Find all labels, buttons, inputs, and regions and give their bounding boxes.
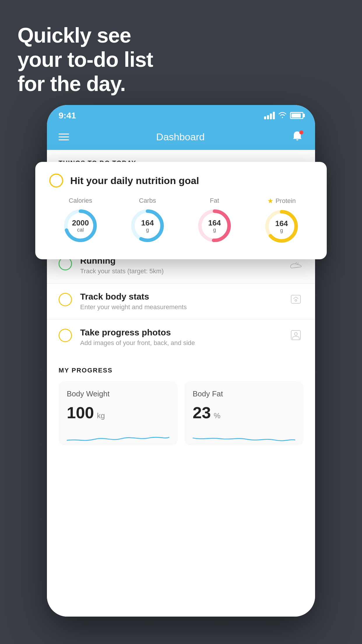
body-weight-card: Body Weight 100 kg (59, 381, 178, 445)
carbs-donut: 164 g (129, 207, 166, 245)
list-item[interactable]: Take progress photos Add images of your … (47, 319, 315, 355)
carbs-value: 164 (141, 219, 154, 227)
nutrition-card: Hit your daily nutrition goal Calories 2… (35, 162, 327, 259)
menu-button[interactable] (59, 134, 69, 140)
nutrition-row: Calories 2000 cal Carbs (49, 197, 313, 245)
body-fat-card: Body Fat 23 % (184, 381, 303, 445)
fat-item: Fat 164 g (196, 197, 233, 245)
svg-rect-0 (291, 295, 301, 303)
fat-label: Fat (210, 197, 219, 204)
body-weight-value: 100 (67, 403, 94, 422)
calories-item: Calories 2000 cal (61, 197, 99, 245)
status-bar: 9:41 (47, 105, 315, 124)
progress-header: MY PROGRESS (59, 367, 303, 374)
body-fat-unit: % (214, 411, 220, 420)
scale-icon (288, 292, 303, 307)
nav-title: Dashboard (156, 131, 205, 143)
battery-icon (290, 112, 303, 119)
status-time: 9:41 (59, 111, 76, 120)
fat-value: 164 (208, 219, 221, 227)
carbs-label: Carbs (139, 197, 156, 204)
protein-value: 164 (275, 219, 288, 228)
protein-donut: 164 g (263, 207, 301, 245)
todo-title-photos: Take progress photos (80, 328, 280, 337)
calories-donut: 2000 cal (61, 207, 99, 245)
protein-label: Protein (275, 197, 296, 205)
svg-point-3 (294, 332, 297, 335)
svg-point-1 (295, 300, 297, 301)
body-weight-chart (67, 428, 169, 445)
nav-bar: Dashboard (47, 124, 315, 150)
wifi-icon (278, 111, 287, 120)
calories-unit: cal (72, 227, 89, 233)
body-weight-unit: kg (97, 411, 105, 420)
nutrition-card-title: Hit your daily nutrition goal (70, 175, 199, 186)
protein-item: ★ Protein 164 g (263, 197, 301, 245)
fat-donut: 164 g (196, 207, 233, 245)
list-item[interactable]: Track body stats Enter your weight and m… (47, 283, 315, 319)
todo-title-bodystats: Track body stats (80, 292, 280, 302)
body-fat-chart (193, 428, 295, 445)
carbs-item: Carbs 164 g (129, 197, 166, 245)
todo-subtitle-running: Track your stats (target: 5km) (80, 267, 280, 275)
todo-checkbox-photos[interactable] (59, 329, 72, 342)
nutrition-checkbox[interactable] (49, 174, 63, 188)
body-weight-title: Body Weight (67, 389, 169, 398)
star-icon: ★ (267, 197, 274, 205)
todo-list: Running Track your stats (target: 5km) T… (47, 247, 315, 355)
protein-unit: g (275, 228, 288, 233)
progress-cards: Body Weight 100 kg Body Fat 23 (59, 381, 303, 445)
status-icons (264, 111, 303, 120)
body-fat-value: 23 (193, 403, 211, 422)
signal-icon (264, 112, 275, 119)
calories-label: Calories (69, 197, 92, 204)
hero-text: Quickly see your to-do list for the day. (17, 23, 153, 96)
fat-unit: g (208, 227, 221, 233)
notification-button[interactable] (292, 130, 303, 143)
progress-section: MY PROGRESS Body Weight 100 kg Body (47, 367, 315, 445)
todo-subtitle-photos: Add images of your front, back, and side (80, 339, 280, 347)
body-fat-title: Body Fat (193, 389, 295, 398)
todo-checkbox-bodystats[interactable] (59, 293, 72, 306)
notification-dot (299, 130, 303, 134)
carbs-unit: g (141, 227, 154, 233)
todo-subtitle-bodystats: Enter your weight and measurements (80, 303, 280, 311)
person-icon (288, 328, 303, 343)
calories-value: 2000 (72, 219, 89, 227)
